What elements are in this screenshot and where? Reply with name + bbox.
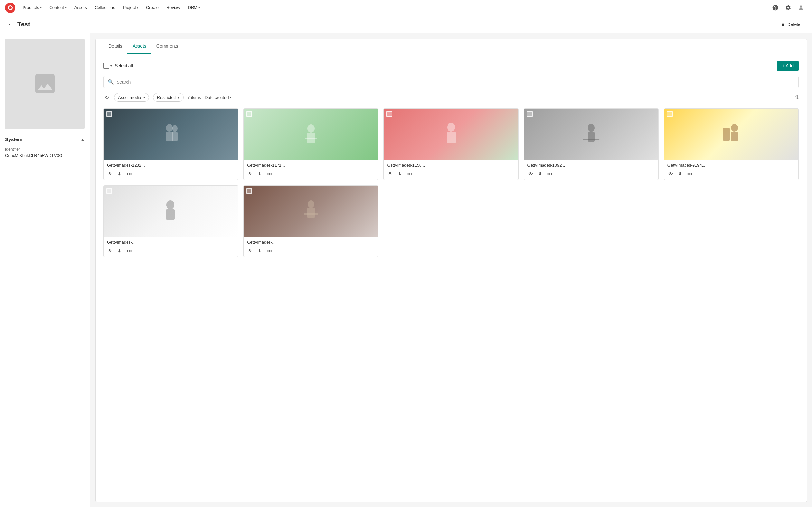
chevron-up-icon[interactable]: ▲ [81,137,85,142]
svg-point-13 [731,124,738,132]
asset-card: GettyImages-1150... 👁 ⬇ ••• [383,108,518,180]
svg-rect-15 [723,128,730,141]
select-all-row: ▾ Select all + Add [103,61,799,71]
svg-rect-11 [587,132,595,142]
select-all-label[interactable]: Select all [115,63,133,68]
download-button[interactable]: ⬇ [677,170,683,177]
tab-assets[interactable]: Assets [127,39,151,54]
more-button[interactable]: ••• [266,247,273,254]
collection-image-placeholder [5,39,85,129]
asset-thumbnail [104,185,238,237]
more-button[interactable]: ••• [126,247,133,254]
restricted-filter[interactable]: Restricted ▾ [153,93,184,102]
tab-comments[interactable]: Comments [151,39,184,54]
asset-actions: 👁 ⬇ ••• [387,170,515,177]
preview-button[interactable]: 👁 [247,170,253,177]
asset-name: GettyImages-1171... [247,163,375,168]
asset-info: GettyImages-1171... 👁 ⬇ ••• [244,160,378,180]
asset-info: GettyImages-1150... 👁 ⬇ ••• [384,160,518,180]
asset-media-filter[interactable]: Asset media ▾ [114,93,149,102]
download-button[interactable]: ⬇ [537,170,543,177]
download-button[interactable]: ⬇ [397,170,402,177]
asset-thumbnail [104,109,238,160]
select-all-checkbox-wrap[interactable]: ▾ [103,63,112,69]
svg-rect-14 [731,132,738,142]
svg-point-4 [308,124,315,133]
asset-actions: 👁 ⬇ ••• [107,247,235,254]
add-button[interactable]: + Add [777,61,799,71]
more-button[interactable]: ••• [266,170,273,177]
more-button[interactable]: ••• [126,170,133,177]
right-panel: Details Assets Comments ▾ Select all + A… [95,39,807,502]
asset-info: GettyImages-9194... 👁 ⬇ ••• [664,160,799,180]
chevron-down-icon: ▾ [178,96,179,99]
nav-item-content[interactable]: Content ▾ [46,0,70,15]
preview-button[interactable]: 👁 [247,247,253,254]
more-button[interactable]: ••• [547,170,553,177]
download-button[interactable]: ⬇ [117,170,122,177]
asset-name: GettyImages-... [107,240,235,244]
back-button[interactable]: ← [8,21,13,28]
tabs-bar: Details Assets Comments [96,39,807,54]
asset-info: GettyImages-... 👁 ⬇ ••• [244,237,378,257]
image-placeholder-icon [32,71,58,97]
preview-button[interactable]: 👁 [527,170,534,177]
tab-details[interactable]: Details [103,39,127,54]
asset-card: GettyImages-1092... 👁 ⬇ ••• [524,108,659,180]
asset-actions: 👁 ⬇ ••• [527,170,655,177]
help-button[interactable] [769,2,781,13]
svg-rect-12 [583,139,599,140]
left-panel: System ▲ Identifier CuacMlKhukCLR45FWDTV… [0,34,90,507]
assets-content: ▾ Select all + Add 🔍 ↻ Asset media ▾ [96,54,807,264]
asset-name: GettyImages-1092... [527,163,655,168]
download-button[interactable]: ⬇ [257,247,262,254]
page-title: Test [17,20,30,28]
asset-actions: 👁 ⬇ ••• [107,170,235,177]
settings-button[interactable] [783,2,794,13]
nav-item-review[interactable]: Review [163,0,184,15]
assets-grid: GettyImages-1282... 👁 ⬇ ••• [103,108,799,257]
preview-button[interactable]: 👁 [668,170,674,177]
identifier-label: Identifier [5,147,85,152]
download-button[interactable]: ⬇ [117,247,122,254]
delete-button[interactable]: Delete [776,20,804,29]
asset-info: GettyImages-1092... 👁 ⬇ ••• [524,160,659,180]
nav-item-assets[interactable]: Assets [71,0,90,15]
svg-point-10 [587,124,595,132]
more-button[interactable]: ••• [687,170,693,177]
sort-button[interactable]: ⇅ [795,94,799,101]
preview-button[interactable]: 👁 [107,247,113,254]
asset-name: GettyImages-9194... [668,163,795,168]
search-input[interactable] [117,79,795,85]
brand-logo[interactable] [5,3,15,13]
svg-rect-1 [166,132,173,142]
trash-icon [780,22,786,27]
svg-point-16 [167,200,174,209]
preview-button[interactable]: 👁 [387,170,393,177]
asset-card: GettyImages-1282... 👁 ⬇ ••• [103,108,238,180]
select-all-checkbox[interactable] [103,63,109,69]
download-button[interactable]: ⬇ [257,170,262,177]
asset-card: GettyImages-1171... 👁 ⬇ ••• [243,108,378,180]
asset-name: GettyImages-... [247,240,375,244]
preview-button[interactable]: 👁 [107,170,113,177]
svg-rect-8 [447,132,455,143]
nav-item-products[interactable]: Products ▾ [19,0,45,15]
svg-point-18 [308,200,314,208]
nav-item-create[interactable]: Create [143,0,162,15]
nav-item-collections[interactable]: Collections [91,0,119,15]
chevron-down-icon: ▾ [65,6,67,9]
nav-item-drm[interactable]: DRM ▾ [185,0,203,15]
svg-point-0 [166,124,173,132]
date-created-filter[interactable]: Date created ▾ [205,95,232,100]
svg-rect-20 [304,213,318,215]
items-count: 7 items [187,95,201,100]
refresh-button[interactable]: ↻ [103,93,110,102]
navbar: Products ▾ Content ▾ Assets Collections … [0,0,812,15]
more-button[interactable]: ••• [406,170,413,177]
user-avatar[interactable] [795,2,807,13]
nav-item-project[interactable]: Project ▾ [119,0,141,15]
svg-rect-3 [172,132,178,141]
checkbox-dropdown-icon[interactable]: ▾ [111,64,112,68]
svg-point-7 [447,123,455,132]
